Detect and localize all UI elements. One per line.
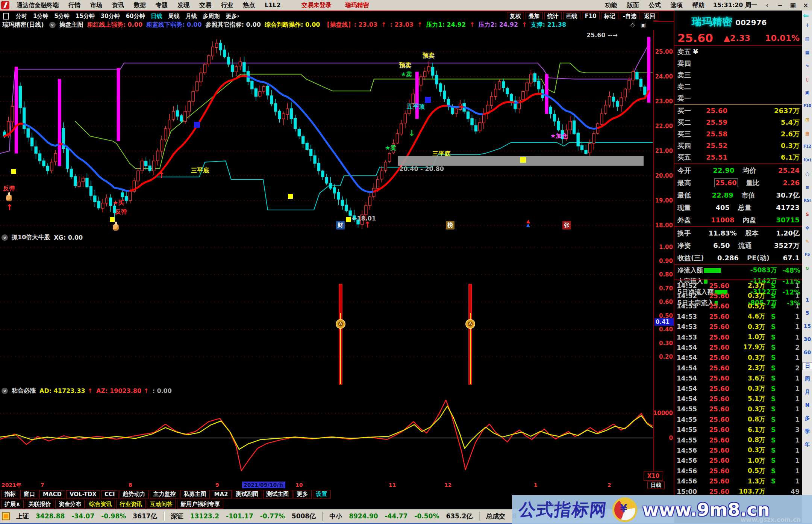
header-corner-icons[interactable]: ◇ ▣ [630,21,650,28]
pages-icon[interactable]: ▣ [802,90,812,95]
s-icon[interactable]: S [802,212,812,217]
period-0[interactable]: 分时 [16,13,27,20]
right-menu-item-3[interactable]: 选项 [671,2,683,9]
menu-item-9[interactable]: 热点 [243,2,255,9]
sell-queue-row-4[interactable]: 卖四 [674,57,803,69]
tree-icon[interactable]: ⊞ [802,117,812,122]
buy-queue-row-4[interactable]: 买四25.520.3万 [674,140,803,151]
strip-period-5[interactable]: 5 [802,310,812,316]
indicator-tab-12[interactable]: 设置 [313,490,331,498]
strip-period-60[interactable]: 60 [802,349,812,355]
indicator-tab-7[interactable]: 私募主图 [180,490,210,498]
f10-icon[interactable]: F10 [802,104,812,108]
right-menu-item-0[interactable]: 功能 [605,2,617,9]
period-7[interactable]: 周线 [168,13,180,20]
period-6[interactable]: 日线 [151,13,162,20]
strip-period-15[interactable]: 15 [802,323,812,329]
menu-item-6[interactable]: 发现 [177,2,189,9]
strip-period-30[interactable]: 30 [802,336,812,342]
extension-tab-2[interactable]: 资金分布 [55,500,85,509]
indicator-tab-10[interactable]: 测试主图 [263,490,292,498]
indicator-tab-11[interactable]: 更多 [294,490,312,498]
strip-period-周[interactable]: 周 [802,376,812,382]
indicator-tab-1[interactable]: 窗口 [20,490,38,498]
strip-period-季[interactable]: 季 [802,428,812,435]
indicator-tab-3[interactable]: VOL-TDX [66,490,100,498]
minimize-button[interactable]: − [774,2,786,9]
menu-item-3[interactable]: 资讯 [112,2,124,9]
sell-queue-row-2[interactable]: 卖二 [674,81,803,92]
news-badge-zhang[interactable]: 张 [562,221,571,230]
indicator-tab-9[interactable]: 测试副图 [233,490,262,498]
indicator-tab-6[interactable]: 主力监控 [150,490,179,498]
oscillator-chart[interactable] [0,396,653,481]
indicator-tab-0[interactable]: 指标 [1,490,19,498]
collapse-panel-icon[interactable] [3,13,9,20]
circle-icon[interactable]: ○ [802,171,812,177]
period-9[interactable]: 多周期 [203,13,220,20]
indicator-tab-4[interactable]: CCI [101,490,118,498]
signal-indicator-chart[interactable] [0,243,653,386]
extension-tab-0[interactable]: 扩展∧ [1,500,24,509]
f12-icon[interactable]: F12 [802,144,812,148]
buy-queue-row-5[interactable]: 买五25.516.1万 [674,151,803,163]
menu-item-4[interactable]: 数据 [134,2,146,9]
back-button[interactable]: ‹ [761,2,774,9]
quote-board-icon[interactable]: ▤ [802,36,812,41]
menu-item-5[interactable]: 专题 [156,2,168,9]
strip-period-月[interactable]: 月 [802,389,812,396]
line-chart-icon[interactable]: ∿ [802,63,812,68]
period-1[interactable]: 1分钟 [33,13,48,20]
restore-button[interactable]: ▣ [786,2,799,9]
pencil-icon[interactable]: ✎ [802,239,812,244]
menu-item-8[interactable]: 行业 [221,2,233,9]
extension-tab-4[interactable]: 行业资讯 [116,500,145,509]
chevron-down-icon[interactable]: v [49,22,56,28]
period-4[interactable]: 30分钟 [101,13,120,20]
menu-item-7[interactable]: 交易 [199,2,211,9]
move-icon[interactable]: ✥ [802,225,812,231]
extension-tab-6[interactable]: 新用户福利专享 [177,500,223,509]
buy-queue-row-2[interactable]: 买二25.595.4万 [674,116,803,128]
strip-period-N[interactable]: N [802,402,812,408]
back-arrow-icon[interactable]: ⇐ [803,11,809,20]
news-badge-cai[interactable]: 财 [336,221,345,230]
strip-period-多[interactable]: 多 [802,415,812,422]
menu-item-2[interactable]: 市场 [90,2,102,9]
strip-period-1[interactable]: 1 [802,297,812,303]
indicator-tab-8[interactable]: MA2 [211,490,232,498]
strip-period-日[interactable]: 日 [802,362,812,370]
fx-icon[interactable]: f(x) [802,158,812,162]
down-arrow-icon[interactable]: ↓ [802,23,812,28]
sell-queue-row-3[interactable]: 卖三 [674,69,803,81]
extension-tab-3[interactable]: 综合资讯 [86,500,115,509]
extension-tab-1[interactable]: 关联报价 [25,500,54,509]
sell-queue-row-1[interactable]: 卖一 [674,92,803,104]
period-3[interactable]: 15分钟 [76,13,95,20]
menu-item-0[interactable]: 通达信金融终端 [17,2,59,9]
period-8[interactable]: 月线 [186,13,197,20]
buy-queue-row-1[interactable]: 买一25.602637万 [674,105,803,116]
period-10[interactable]: 更多› [226,13,239,20]
sell-queue-row-5[interactable]: 卖五¥ [674,46,803,57]
indicator-tab-2[interactable]: MACD [39,490,65,498]
chevron-down-icon[interactable]: v [2,388,8,394]
close-button[interactable]: × [799,2,812,9]
strip-period-年[interactable]: 年 [802,441,812,448]
right-menu-item-4[interactable]: 帮助 [692,2,704,9]
buy-queue-row-3[interactable]: 买三25.582.6万 [674,128,803,140]
wave-icon[interactable]: ≋ [802,185,812,190]
period-2[interactable]: 5分钟 [54,13,69,20]
self-select-icon[interactable]: 自 [802,131,812,137]
period-5[interactable]: 60分钟 [126,13,145,20]
main-candlestick-chart[interactable]: 反弹↑↑三平底★买反弹←18.01↑财榜张▲▲预卖预卖★卖五平顶↓★卖三平底20… [0,30,653,233]
matrix-icon[interactable]: ▦ [802,50,812,55]
indicator-tab-5[interactable]: 趋势动力 [120,490,149,498]
candle-chart-icon[interactable]: ▯ [802,77,812,82]
right-menu-item-2[interactable]: 公式 [649,2,661,9]
f5-icon[interactable]: F5 [802,252,812,257]
menu-item-10[interactable]: L1L2 [265,2,281,9]
rsi-icon[interactable]: RSI [802,198,812,202]
extension-tab-5[interactable]: 互动问答 [147,500,176,509]
menu-item-1[interactable]: 行情 [68,2,80,9]
